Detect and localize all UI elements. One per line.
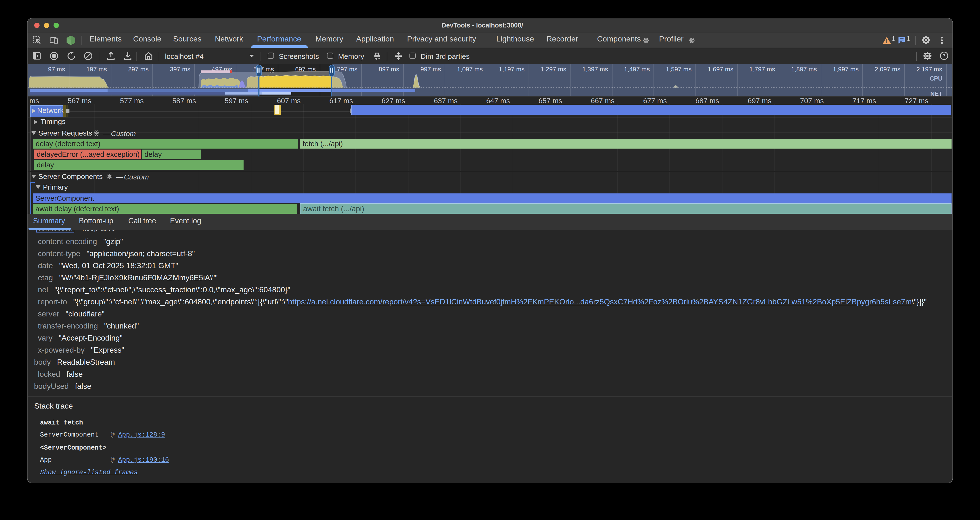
svg-text:?: ? <box>943 53 946 58</box>
